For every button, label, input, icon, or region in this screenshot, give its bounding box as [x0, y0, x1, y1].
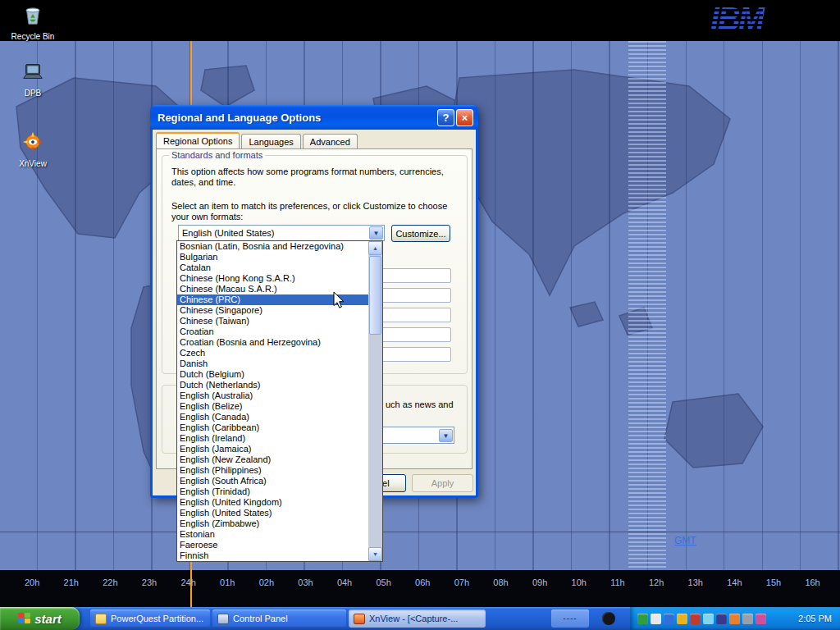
tray-icon[interactable] — [651, 614, 661, 624]
hour-label: 01h — [220, 578, 235, 587]
list-item[interactable]: Estonian — [177, 529, 368, 540]
list-item[interactable]: Croatian — [177, 326, 368, 337]
windows-flag-icon — [18, 613, 30, 624]
desktop: GMT IBM Recycle Bin DPB XnView — [0, 0, 840, 630]
hour-label: 21h — [64, 578, 79, 587]
scroll-up-icon[interactable]: ▲ — [368, 241, 382, 255]
taskbar-clock: 2:05 PM — [798, 614, 840, 623]
hour-label: 08h — [493, 578, 508, 587]
apply-button[interactable]: Apply — [412, 474, 473, 492]
hour-label: 20h — [25, 578, 39, 587]
list-item[interactable]: Bosnian (Latin, Bosnia and Herzegovina) — [177, 241, 368, 252]
list-item[interactable]: Czech — [177, 348, 368, 358]
folder-icon — [95, 614, 107, 624]
gmt-label: GMT — [674, 535, 696, 546]
list-item[interactable]: English (Philippines) — [177, 465, 368, 476]
scroll-down-icon[interactable]: ▼ — [368, 547, 382, 561]
list-item[interactable]: Danish — [177, 358, 368, 369]
top-letterbox-bar: IBM — [0, 0, 840, 41]
list-item[interactable]: Chinese (Taiwan) — [177, 316, 368, 326]
start-button-label: start — [34, 612, 62, 626]
customize-button[interactable]: Customize... — [391, 225, 450, 242]
tray-icon[interactable] — [637, 614, 648, 624]
list-item[interactable]: English (Zimbabwe) — [177, 518, 368, 529]
tray-icon[interactable] — [677, 614, 687, 624]
list-item[interactable]: Bulgarian — [177, 252, 368, 262]
tray-icon[interactable] — [664, 614, 674, 624]
tray-icon[interactable] — [716, 614, 727, 624]
tray-icon[interactable] — [756, 614, 766, 624]
list-item[interactable]: Catalan — [177, 262, 368, 273]
tab-advanced[interactable]: Advanced — [303, 134, 358, 148]
tray-icon[interactable] — [742, 614, 753, 624]
xnview-icon — [354, 614, 365, 624]
task-label: Control Panel — [233, 614, 288, 623]
list-item[interactable]: Finnish — [177, 550, 368, 561]
standards-description: This option affects how some programs fo… — [171, 167, 460, 188]
tray-icon[interactable] — [703, 614, 714, 624]
list-item[interactable]: English (United States) — [177, 508, 368, 518]
tray-icon[interactable] — [729, 614, 740, 624]
start-button[interactable]: start — [0, 607, 80, 630]
close-button[interactable]: × — [456, 109, 473, 126]
desktop-icon-dpb[interactable]: DPB — [7, 59, 59, 98]
list-item[interactable]: English (Jamaica) — [177, 444, 368, 454]
hour-label: 10h — [572, 578, 587, 587]
format-combobox[interactable]: English (United States) ▼ — [178, 225, 385, 241]
desktop-icon-recycle-bin[interactable]: Recycle Bin — [7, 2, 59, 41]
scrollbar-thumb[interactable] — [369, 256, 381, 335]
task-label: PowerQuest Partition... — [111, 614, 203, 623]
taskbar-task-powerquest[interactable]: PowerQuest Partition... — [90, 609, 210, 628]
tab-regional-options[interactable]: Regional Options — [156, 132, 240, 148]
list-item[interactable]: Dutch (Belgium) — [177, 369, 368, 380]
list-item[interactable]: Faeroese — [177, 540, 368, 550]
dialog-title: Regional and Language Options — [158, 112, 436, 124]
hour-label: 22h — [103, 578, 117, 587]
tab-strip: Regional Options Languages Advanced — [156, 134, 359, 148]
list-item[interactable]: Croatian (Bosnia and Herzegovina) — [177, 337, 368, 348]
dialog-titlebar[interactable]: Regional and Language Options ? × — [150, 105, 478, 130]
list-item[interactable]: Dutch (Netherlands) — [177, 380, 368, 390]
taskbar-app-icon[interactable] — [602, 612, 615, 625]
taskbar-task-xnview[interactable]: XnView - [<Capture-... — [349, 609, 486, 628]
hour-label: 15h — [766, 578, 781, 587]
list-item[interactable]: English (Canada) — [177, 412, 368, 422]
standards-instruction: Select an item to match its preferences,… — [171, 201, 460, 222]
mouse-cursor — [333, 291, 345, 313]
list-item[interactable]: English (Trinidad) — [177, 486, 368, 497]
format-combobox-value: English (United States) — [179, 228, 368, 238]
tray-icon[interactable] — [690, 614, 701, 624]
desktop-icon-label: DPB — [7, 89, 59, 98]
list-item[interactable]: English (Belize) — [177, 401, 368, 412]
recycle-bin-icon — [21, 2, 45, 27]
list-item[interactable]: English (Caribbean) — [177, 422, 368, 433]
xnview-icon — [21, 130, 45, 154]
hour-label: 07h — [454, 578, 469, 587]
list-item[interactable]: Chinese (Hong Kong S.A.R.) — [177, 273, 368, 284]
chevron-down-icon[interactable]: ▼ — [369, 226, 383, 240]
taskbar-toolbar[interactable]: ---- — [551, 609, 589, 628]
desktop-icon-xnview[interactable]: XnView — [7, 130, 59, 168]
timezone-hour-strip: 20h 21h 22h 23h 24h 01h 02h 03h 04h 05h … — [0, 570, 840, 607]
hour-label: 06h — [415, 578, 430, 587]
chevron-down-icon[interactable]: ▼ — [439, 429, 453, 442]
list-item[interactable]: English (New Zealand) — [177, 454, 368, 465]
group-title: Standards and formats — [169, 150, 265, 160]
hour-label: 24h — [180, 578, 195, 587]
format-dropdown-list: Bosnian (Latin, Bosnia and Herzegovina) … — [176, 240, 383, 562]
laptop-icon — [21, 59, 45, 84]
hour-label: 16h — [805, 578, 819, 587]
hour-label: 13h — [688, 578, 703, 587]
list-item[interactable]: English (Ireland) — [177, 433, 368, 444]
hour-label: 05h — [376, 578, 390, 587]
hour-label: 14h — [727, 578, 742, 587]
list-scrollbar[interactable]: ▲ ▼ — [368, 241, 382, 561]
help-button[interactable]: ? — [437, 109, 454, 126]
hour-label: 03h — [298, 578, 313, 587]
tab-languages[interactable]: Languages — [241, 134, 300, 148]
list-item[interactable]: English (United Kingdom) — [177, 497, 368, 508]
hour-label: 04h — [337, 578, 352, 587]
taskbar-task-control-panel[interactable]: Control Panel — [212, 609, 346, 628]
list-item[interactable]: English (South Africa) — [177, 476, 368, 486]
list-item[interactable]: English (Australia) — [177, 390, 368, 401]
